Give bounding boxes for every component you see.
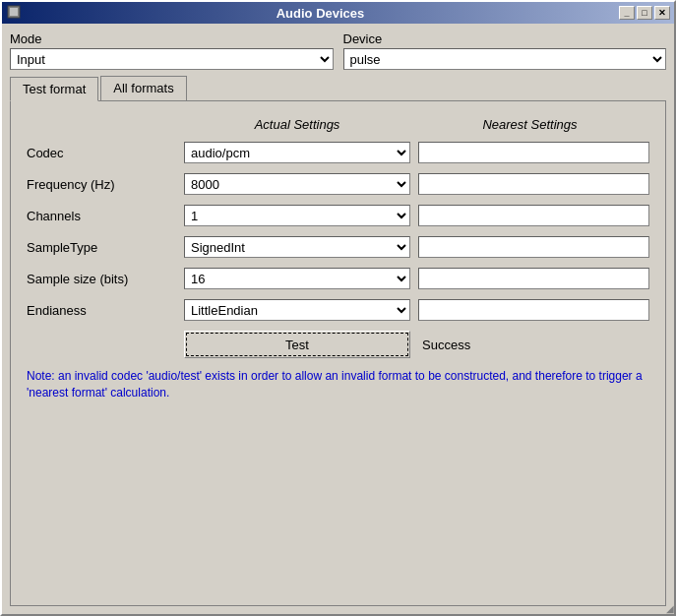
test-row: Test Success	[27, 331, 649, 358]
samplesize-nearest	[418, 268, 649, 289]
minimize-button[interactable]: _	[619, 6, 635, 20]
sampletype-label: SampleType	[27, 240, 184, 255]
titlebar: Audio Devices _ □ ✕	[2, 2, 674, 24]
samplesize-nearest-input	[418, 268, 649, 289]
device-select[interactable]: pulse	[343, 48, 667, 70]
samplesize-select[interactable]: 8 16 24 32	[184, 268, 410, 289]
frequency-row: Frequency (Hz) 8000 11025 16000 22050 44…	[27, 173, 649, 195]
sampletype-nearest-input	[418, 236, 649, 258]
frequency-select[interactable]: 8000 11025 16000 22050 44100 48000	[184, 173, 410, 195]
titlebar-buttons: _ □ ✕	[619, 6, 674, 20]
sampletype-actual: SignedInt UnSignedInt Float	[184, 236, 410, 258]
success-label: Success	[422, 338, 470, 352]
nearest-settings-label: Nearest Settings	[410, 117, 649, 132]
mode-label: Mode	[10, 31, 334, 46]
resize-handle[interactable]: ◢	[662, 602, 674, 614]
mode-group: Mode Input Output	[10, 31, 334, 70]
close-button[interactable]: ✕	[654, 6, 670, 20]
sampletype-select[interactable]: SignedInt UnSignedInt Float	[184, 236, 410, 258]
window-title: Audio Devices	[22, 6, 619, 21]
channels-row: Channels 1 2	[27, 205, 649, 226]
codec-actual: audio/pcm audio/test	[184, 142, 410, 163]
codec-row: Codec audio/pcm audio/test	[27, 142, 649, 163]
tab-all-formats[interactable]: All formats	[100, 76, 186, 100]
endianess-select[interactable]: LittleEndian BigEndian	[184, 299, 410, 321]
channels-label: Channels	[27, 209, 184, 223]
actual-settings-label: Actual Settings	[184, 117, 410, 132]
note-text: Note: an invalid codec 'audio/test' exis…	[27, 368, 649, 401]
frequency-nearest	[418, 173, 649, 195]
endianess-nearest	[418, 299, 649, 321]
test-button[interactable]: Test	[184, 331, 410, 358]
tabs: Test format All formats	[10, 76, 666, 101]
titlebar-icon	[2, 5, 22, 22]
endianess-label: Endianess	[27, 303, 184, 318]
tab-content: Actual Settings Nearest Settings Codec a…	[10, 101, 666, 606]
samplesize-row: Sample size (bits) 8 16 24 32	[27, 268, 649, 289]
channels-actual: 1 2	[184, 205, 410, 226]
endianess-actual: LittleEndian BigEndian	[184, 299, 410, 321]
codec-label: Codec	[27, 146, 184, 160]
maximize-button[interactable]: □	[637, 6, 652, 20]
samplesize-actual: 8 16 24 32	[184, 268, 410, 289]
frequency-label: Frequency (Hz)	[27, 177, 184, 192]
tab-test-format[interactable]: Test format	[10, 77, 98, 101]
endianess-nearest-input	[418, 299, 649, 321]
samplesize-label: Sample size (bits)	[27, 272, 184, 286]
channels-nearest	[418, 205, 649, 226]
frequency-actual: 8000 11025 16000 22050 44100 48000	[184, 173, 410, 195]
sampletype-nearest	[418, 236, 649, 258]
mode-select[interactable]: Input Output	[10, 48, 334, 70]
channels-nearest-input	[418, 205, 649, 226]
sampletype-row: SampleType SignedInt UnSignedInt Float	[27, 236, 649, 258]
endianess-row: Endianess LittleEndian BigEndian	[27, 299, 649, 321]
codec-nearest-input	[418, 142, 649, 163]
svg-rect-1	[10, 8, 18, 16]
channels-select[interactable]: 1 2	[184, 205, 410, 226]
frequency-nearest-input	[418, 173, 649, 195]
device-label: Device	[343, 31, 667, 46]
settings-header: Actual Settings Nearest Settings	[27, 117, 649, 132]
codec-nearest	[418, 142, 649, 163]
device-group: Device pulse	[343, 31, 667, 70]
codec-select[interactable]: audio/pcm audio/test	[184, 142, 410, 163]
